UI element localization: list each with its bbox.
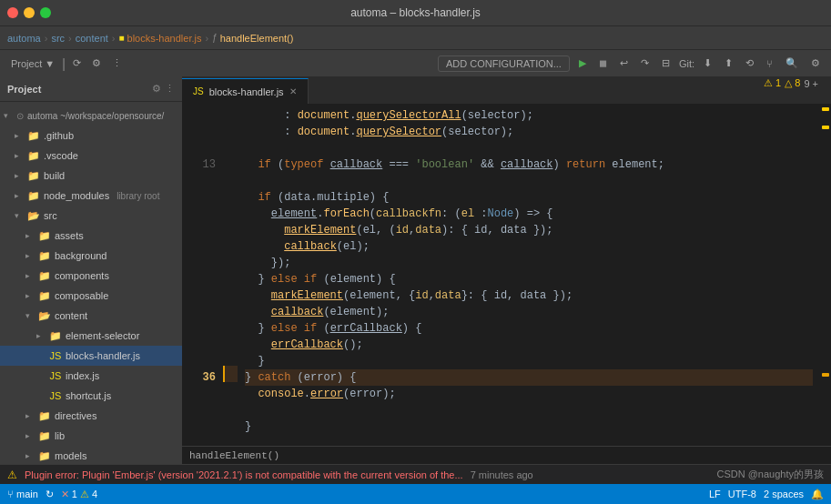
rerun-icon[interactable]: ↩ bbox=[616, 55, 632, 71]
folder-icon: 📁 bbox=[38, 410, 51, 422]
sidebar-label: node_modules bbox=[44, 190, 109, 201]
sidebar-item-assets[interactable]: ▸ 📁 assets bbox=[0, 226, 182, 246]
minimize-button[interactable] bbox=[24, 7, 35, 18]
tab-blocks-handler[interactable]: JS blocks-handler.js ✕ bbox=[182, 78, 309, 104]
sidebar-label: composable bbox=[55, 290, 108, 301]
error-mark bbox=[822, 373, 829, 377]
breadcrumb-content[interactable]: content bbox=[76, 33, 108, 44]
line-ending-status[interactable]: LF bbox=[709, 489, 721, 499]
more-icon[interactable]: ⋮ bbox=[108, 55, 126, 71]
sidebar-label: assets bbox=[55, 230, 84, 241]
window-title: automa – blocks-handler.js bbox=[350, 6, 481, 19]
sidebar-label: src bbox=[44, 210, 57, 221]
breadcrumb-bar: automa › src › content › ■ blocks-handle… bbox=[0, 25, 831, 49]
toolbar-left: Project ▼ | ⟳ ⚙ ⋮ bbox=[7, 55, 126, 71]
error-icon: ✕ bbox=[61, 489, 69, 500]
gear-icon[interactable]: ⚙ bbox=[88, 55, 105, 71]
sidebar-item-models[interactable]: ▸ 📁 models bbox=[0, 446, 182, 464]
settings-icon[interactable]: ⚙ bbox=[807, 55, 824, 71]
sidebar-item-node-modules[interactable]: ▸ 📁 node_modules library root bbox=[0, 186, 182, 206]
indentation-status[interactable]: 2 spaces bbox=[764, 489, 804, 499]
sidebar-tree[interactable]: ▾ ⊙ automa ~/workspace/opensource/ ▸ 📁 .… bbox=[0, 102, 182, 464]
breadcrumb-function[interactable]: handleElement() bbox=[220, 33, 294, 44]
folder-icon: 📁 bbox=[38, 270, 51, 282]
sidebar-label: components bbox=[55, 270, 109, 281]
sidebar-label: lib bbox=[55, 430, 65, 441]
code-line: }); bbox=[245, 255, 813, 271]
sidebar-item-index-js[interactable]: JS index.js bbox=[0, 366, 182, 386]
git-history-icon[interactable]: ⟲ bbox=[742, 55, 757, 71]
git-branch-status[interactable]: ⑂ main bbox=[7, 489, 38, 499]
toolbar: Project ▼ | ⟳ ⚙ ⋮ ADD CONFIGURATION... ▶… bbox=[0, 49, 831, 76]
add-configuration-button[interactable]: ADD CONFIGURATION... bbox=[438, 55, 570, 72]
play-icon[interactable]: ▶ bbox=[575, 55, 590, 71]
code-line bbox=[245, 140, 813, 156]
folder-icon: 📁 bbox=[38, 250, 51, 262]
sync-status[interactable]: ↻ bbox=[46, 489, 54, 500]
warning-icon: ⚠ bbox=[80, 489, 89, 500]
sidebar-label: .github bbox=[44, 130, 74, 141]
sidebar-item-composable[interactable]: ▸ 📁 composable bbox=[0, 286, 182, 306]
git-branch-icon[interactable]: ⑂ bbox=[763, 56, 776, 71]
sidebar-settings-icon[interactable]: ⚙ bbox=[152, 83, 161, 95]
line-numbers: 13 36 bbox=[182, 104, 223, 446]
sidebar-item-build[interactable]: ▸ 📁 build bbox=[0, 166, 182, 186]
step-over-icon[interactable]: ↷ bbox=[637, 55, 653, 71]
encoding: UTF-8 bbox=[728, 489, 756, 499]
folder-open-icon: 📂 bbox=[27, 210, 40, 222]
code-line: markElement(el, (id,data): { id, data })… bbox=[245, 222, 813, 238]
editor-container: JS blocks-handler.js ✕ 13 bbox=[182, 76, 831, 464]
code-line: callback(element); bbox=[245, 304, 813, 320]
editor-content[interactable]: 13 36 bbox=[182, 104, 831, 446]
sidebar: Project ⚙ ⋮ ▾ ⊙ automa ~/workspace/opens… bbox=[0, 76, 182, 464]
tab-close-icon[interactable]: ✕ bbox=[289, 86, 297, 96]
bell-icon: 🔔 bbox=[811, 489, 824, 500]
code-editor[interactable]: : document.querySelectorAll(selector); :… bbox=[238, 104, 820, 446]
project-dropdown[interactable]: Project ▼ bbox=[7, 56, 58, 71]
sidebar-item-content[interactable]: ▾ 📂 content bbox=[0, 306, 182, 326]
sidebar-item-element-selector[interactable]: ▸ 📁 element-selector bbox=[0, 326, 182, 346]
js-file-icon: JS bbox=[49, 370, 62, 381]
code-line: callback(el); bbox=[245, 238, 813, 255]
breadcrumb-file[interactable]: blocks-handler.js bbox=[127, 33, 202, 44]
warning-count: 4 bbox=[92, 489, 97, 499]
close-button[interactable] bbox=[7, 7, 18, 18]
sidebar-item-shortcut-js[interactable]: JS shortcut.js bbox=[0, 386, 182, 406]
sidebar-item-blocks-handler[interactable]: JS blocks-handler.js bbox=[0, 346, 182, 366]
notifications-status[interactable]: 🔔 bbox=[811, 489, 824, 500]
sidebar-label: background bbox=[55, 250, 107, 261]
breadcrumb-automa[interactable]: automa bbox=[7, 33, 41, 44]
problems-indicator: ⚠ 1 △ 8 9 + bbox=[764, 77, 818, 89]
stop-icon[interactable]: ◼ bbox=[595, 55, 611, 71]
layout-icon[interactable]: ⊟ bbox=[658, 55, 674, 71]
sidebar-item-github[interactable]: ▸ 📁 .github bbox=[0, 126, 182, 146]
sync-icon[interactable]: ⟳ bbox=[69, 55, 85, 71]
folder-icon: 📁 bbox=[27, 150, 40, 162]
search-icon[interactable]: 🔍 bbox=[782, 55, 802, 71]
breadcrumb-src[interactable]: src bbox=[51, 33, 65, 44]
sidebar-more-icon[interactable]: ⋮ bbox=[165, 83, 175, 95]
sidebar-item-vscode[interactable]: ▸ 📁 .vscode bbox=[0, 146, 182, 166]
code-line: console.error(error); bbox=[245, 386, 813, 402]
folder-icon: 📁 bbox=[27, 170, 40, 182]
line-ending: LF bbox=[709, 489, 721, 499]
sidebar-item-background[interactable]: ▸ 📁 background bbox=[0, 246, 182, 266]
sidebar-item-lib[interactable]: ▸ 📁 lib bbox=[0, 426, 182, 446]
encoding-status[interactable]: UTF-8 bbox=[728, 489, 756, 499]
sidebar-root[interactable]: ▾ ⊙ automa ~/workspace/opensource/ bbox=[0, 106, 182, 126]
watermark: CSDN @naughty的男孩 bbox=[716, 468, 824, 481]
errors-status[interactable]: ✕ 1 ⚠ 4 bbox=[61, 489, 97, 500]
folder-icon: 📁 bbox=[27, 190, 40, 202]
code-line: if (data.multiple) { bbox=[245, 189, 813, 206]
status-left: ⑂ main ↻ ✕ 1 ⚠ 4 bbox=[7, 489, 97, 500]
git-push-icon[interactable]: ⬆ bbox=[721, 55, 736, 71]
git-pull-icon[interactable]: ⬇ bbox=[700, 55, 715, 71]
maximize-button[interactable] bbox=[40, 7, 51, 18]
sidebar-label: directives bbox=[55, 410, 96, 421]
folder-open-icon: 📂 bbox=[38, 310, 51, 322]
sidebar-item-src[interactable]: ▾ 📂 src bbox=[0, 206, 182, 226]
sidebar-item-directives[interactable]: ▸ 📁 directives bbox=[0, 406, 182, 426]
git-label: Git: bbox=[679, 58, 694, 69]
folder-icon: 📁 bbox=[27, 130, 40, 142]
sidebar-item-components[interactable]: ▸ 📁 components bbox=[0, 266, 182, 286]
